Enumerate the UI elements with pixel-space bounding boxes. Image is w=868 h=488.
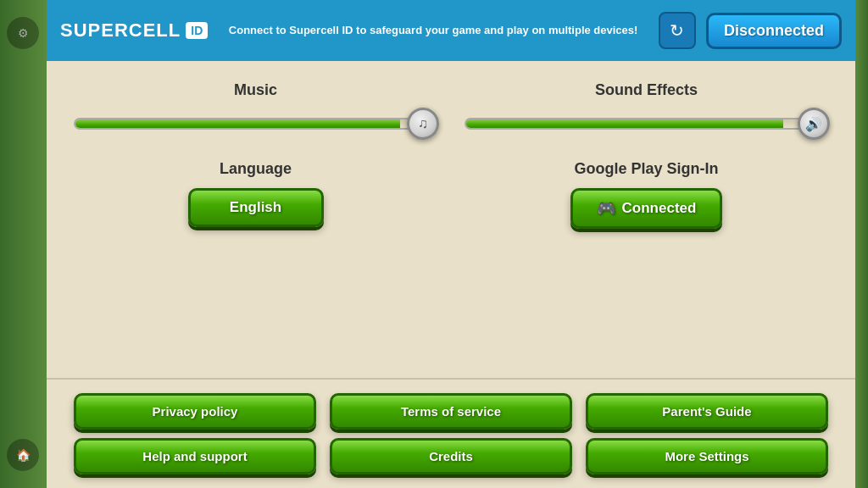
music-slider-fill: [75, 119, 400, 128]
sound-effects-slider-wrap[interactable]: 🔊: [465, 108, 828, 140]
google-play-button[interactable]: 🎮 Connected: [570, 188, 723, 229]
sound-effects-label: Sound Effects: [595, 81, 698, 99]
main-content: Music ♫ Sound Effects 🔊: [47, 61, 855, 378]
options-row: Language English Google Play Sign-In 🎮 C…: [74, 160, 828, 229]
google-play-label: Google Play Sign-In: [574, 160, 718, 178]
language-group: Language English: [74, 160, 437, 229]
parents-guide-button[interactable]: Parent's Guide: [586, 393, 828, 430]
music-label: Music: [234, 81, 277, 99]
supercell-brand-text: SUPERCELL: [60, 19, 181, 42]
bg-right-panel: [855, 0, 868, 488]
header-bar: SUPERCELL ID Connect to Supercell ID to …: [47, 0, 855, 61]
credits-button[interactable]: Credits: [330, 438, 572, 474]
bottom-buttons-area: Privacy policy Terms of service Parent's…: [47, 380, 855, 488]
settings-panel: SUPERCELL ID Connect to Supercell ID to …: [47, 0, 855, 488]
terms-of-service-button[interactable]: Terms of service: [330, 393, 572, 430]
sound-effects-slider-fill: [466, 119, 783, 128]
bottom-btn-row-1: Privacy policy Terms of service Parent's…: [74, 393, 828, 430]
left-bottom-icon: 🏠: [7, 439, 39, 471]
language-button-text: English: [230, 199, 281, 216]
sound-effects-slider-group: Sound Effects 🔊: [465, 81, 828, 140]
sliders-row: Music ♫ Sound Effects 🔊: [74, 81, 828, 140]
header-tagline: Connect to Supercell ID to safeguard you…: [218, 23, 648, 38]
supercell-logo: SUPERCELL ID: [60, 19, 208, 42]
google-play-group: Google Play Sign-In 🎮 Connected: [465, 160, 828, 229]
bg-left-panel: ⚙ 🏠: [0, 0, 47, 488]
bottom-btn-row-2: Help and support Credits More Settings: [74, 438, 828, 474]
sound-effects-slider-thumb[interactable]: 🔊: [798, 108, 830, 140]
more-settings-button[interactable]: More Settings: [586, 438, 828, 474]
left-top-icon: ⚙: [7, 17, 39, 49]
music-slider-track[interactable]: ♫: [74, 118, 437, 130]
language-button[interactable]: English: [188, 188, 324, 227]
id-badge: ID: [186, 22, 208, 39]
help-and-support-button[interactable]: Help and support: [74, 438, 316, 474]
privacy-policy-button[interactable]: Privacy policy: [74, 393, 316, 430]
language-label: Language: [220, 160, 292, 178]
music-slider-wrap[interactable]: ♫: [74, 108, 437, 140]
disconnect-button[interactable]: Disconnected: [706, 13, 842, 49]
gamepad-icon: 🎮: [597, 199, 615, 218]
sound-effects-slider-track[interactable]: 🔊: [465, 118, 828, 130]
refresh-button[interactable]: ↻: [659, 12, 696, 49]
music-slider-group: Music ♫: [74, 81, 437, 140]
google-play-button-text: Connected: [622, 200, 697, 217]
music-slider-thumb[interactable]: ♫: [407, 108, 439, 140]
